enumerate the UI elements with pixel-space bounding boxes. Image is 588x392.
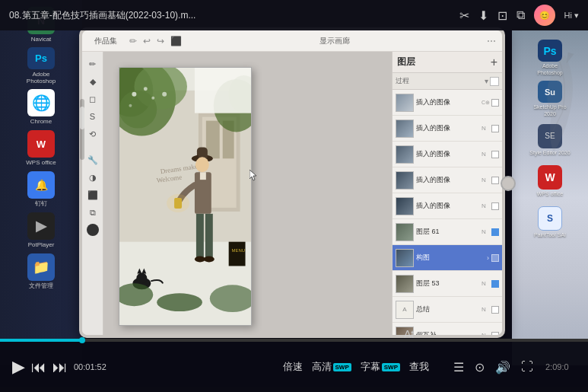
- app-icon-chrome[interactable]: 🌐 Chrome: [18, 88, 64, 126]
- filter-chevron-icon[interactable]: ▾: [485, 77, 488, 85]
- layer-visibility-checkbox[interactable]: [491, 202, 499, 210]
- app-icon-files[interactable]: 📁 文件管理: [18, 253, 64, 291]
- subtitle-button[interactable]: 字幕 SWP: [361, 360, 400, 374]
- next-button[interactable]: ⏭: [52, 359, 68, 376]
- desktop-right: Ps Adobe Photoshop Su SketchUp Pro 2020 …: [512, 30, 588, 365]
- layer-visibility-checkbox[interactable]: [491, 254, 499, 262]
- layer-name: 构图: [416, 253, 485, 263]
- crop-icon[interactable]: ⊡: [497, 8, 507, 23]
- fullscreen-button[interactable]: ⛶: [521, 360, 533, 374]
- tool-adjust[interactable]: ◑: [85, 170, 100, 185]
- tool-erase[interactable]: ◻: [85, 91, 100, 107]
- tool-smudge[interactable]: ◆: [85, 74, 100, 89]
- app-icon-label: 文件管理: [29, 282, 53, 290]
- hd-button[interactable]: 高清 SWP: [312, 360, 351, 374]
- layer-visibility-checkbox[interactable]: [491, 151, 499, 158]
- scroll-thumb: [80, 107, 84, 129]
- tablet-home-button[interactable]: [501, 176, 516, 191]
- time-current: 00:01:52: [74, 362, 106, 371]
- layer-name: 插入的图像: [416, 149, 479, 159]
- bottom-ctrl-icons: ☰ ⊙ 🔊 ⛶: [453, 360, 533, 374]
- filter-checkbox[interactable]: [490, 77, 499, 86]
- layers-list: 插入的图像 C⊕ 插入的图像 N 插入的图像: [393, 90, 502, 335]
- ink-decoration: [520, 30, 588, 183]
- list-button[interactable]: ☰: [453, 360, 464, 374]
- svg-point-38: [167, 194, 189, 212]
- hi-label[interactable]: Hi ▾: [564, 11, 579, 21]
- time-total: 2:09:0: [545, 362, 576, 371]
- cast-button[interactable]: ⊙: [475, 360, 485, 374]
- layer-item-summary[interactable]: A 总结 N: [393, 297, 502, 323]
- avatar[interactable]: 😊: [534, 5, 555, 26]
- layer-item-composition[interactable]: 构图 ›: [393, 245, 502, 271]
- volume-button[interactable]: 🔊: [495, 360, 510, 374]
- layers-add-button[interactable]: +: [491, 56, 497, 69]
- app-icon-wps[interactable]: W WPS office: [18, 129, 64, 167]
- layer-visibility-checkbox[interactable]: [491, 280, 499, 288]
- layer-item-1[interactable]: 插入的图像 C⊕: [393, 90, 502, 116]
- artwork-canvas[interactable]: Dreams make Welcome: [119, 67, 252, 326]
- app-icon-ps[interactable]: Ps Adobe Photoshop: [18, 47, 64, 85]
- svg-rect-36: [229, 242, 246, 266]
- tool-actions[interactable]: 🔧: [85, 152, 100, 167]
- desktop-icon-sai[interactable]: S PaintTool SAI: [529, 204, 571, 241]
- layer-item-6[interactable]: 图层 61 N: [393, 219, 502, 245]
- layer-name: 假互补: [416, 330, 479, 335]
- svg-point-14: [162, 92, 167, 97]
- svg-point-12: [151, 97, 154, 100]
- svg-point-34: [157, 293, 202, 311]
- tool-color[interactable]: [87, 224, 99, 236]
- app-icon-potplayer[interactable]: ▶ PotPlayer: [18, 212, 64, 250]
- tablet-screen: 作品集 ✏ ↩ ↪ ⬛ 显示画廊 ⋯ ✏ ◆ ◻ S ⟲ 🔧: [82, 30, 502, 335]
- layers-filter-row: 过程 ▾: [393, 73, 502, 90]
- layer-visibility-checkbox[interactable]: [491, 125, 499, 132]
- layer-item-3[interactable]: 插入的图像 N: [393, 142, 502, 167]
- layer-item-2[interactable]: 插入的图像 N: [393, 116, 502, 142]
- layer-item-7[interactable]: 图层 53 N: [393, 271, 502, 297]
- layer-thumbnail: A: [396, 301, 414, 319]
- find-button[interactable]: 查我: [409, 360, 429, 374]
- layer-item-4[interactable]: 插入的图像 N: [393, 167, 502, 193]
- prev-button[interactable]: ⏮: [31, 359, 46, 376]
- artwork-illustration: Dreams make Welcome: [119, 68, 251, 325]
- tool-brush[interactable]: ✏: [85, 56, 100, 72]
- scissors-icon[interactable]: ✂: [459, 8, 469, 23]
- app-icon-dingtalk[interactable]: 🔔 钉钉: [18, 171, 64, 209]
- bottom-labels: 倍速 高清 SWP 字幕 SWP 查我: [283, 360, 429, 374]
- layer-mode: C⊕: [482, 100, 489, 106]
- download-icon[interactable]: ⬇: [478, 8, 488, 23]
- tablet-body: ✏ ◆ ◻ S ⟲ 🔧 ◑ ⬛ ⧉: [82, 52, 502, 335]
- layer-thumbnail: [396, 94, 414, 112]
- multiwindow-icon[interactable]: ⧉: [516, 8, 525, 22]
- layer-name: 插入的图像: [416, 97, 479, 107]
- tool-layers[interactable]: ⧉: [85, 205, 100, 220]
- video-top-bar: 08.第五章-配色技巧插画基础(2022-03-10).m... ✂ ⬇ ⊡ ⧉…: [0, 0, 588, 30]
- layer-visibility-checkbox[interactable]: [491, 306, 499, 314]
- layer-item-5[interactable]: 插入的图像 N: [393, 193, 502, 219]
- subtitle-badge: SWP: [382, 363, 400, 371]
- layer-visibility-checkbox[interactable]: [491, 332, 499, 336]
- tool-transform[interactable]: ⟲: [85, 126, 100, 142]
- play-button[interactable]: ▶: [12, 357, 25, 377]
- app-icon-label: Adobe Photoshop: [18, 71, 64, 85]
- speed-button[interactable]: 倍速: [283, 360, 303, 374]
- layer-name: 插入的图像: [416, 123, 479, 133]
- tool-select[interactable]: S: [85, 109, 100, 124]
- tablet-toolbar: 作品集 ✏ ↩ ↪ ⬛ 显示画廊 ⋯: [82, 30, 502, 52]
- video-title: 08.第五章-配色技巧插画基础(2022-03-10).m...: [9, 9, 453, 22]
- layer-visibility-checkbox[interactable]: [491, 228, 499, 236]
- layer-mode: N: [482, 125, 489, 132]
- progress-bar[interactable]: [0, 339, 588, 342]
- layers-title: 图层: [397, 56, 488, 69]
- layer-visibility-checkbox[interactable]: [491, 99, 499, 107]
- layer-visibility-checkbox[interactable]: [491, 177, 499, 184]
- tool-brush2[interactable]: ⬛: [85, 187, 100, 202]
- canvas-display: Dreams make Welcome: [103, 52, 392, 335]
- layer-mode: N: [482, 177, 489, 183]
- svg-point-11: [144, 87, 148, 91]
- app-icon-label: 钉钉: [35, 200, 47, 208]
- desktop-icon-label: PaintTool SAI: [534, 232, 566, 238]
- tab-gallery[interactable]: 作品集: [88, 34, 123, 48]
- layer-expand-icon[interactable]: ›: [487, 254, 489, 262]
- layer-thumbnail: [396, 120, 414, 138]
